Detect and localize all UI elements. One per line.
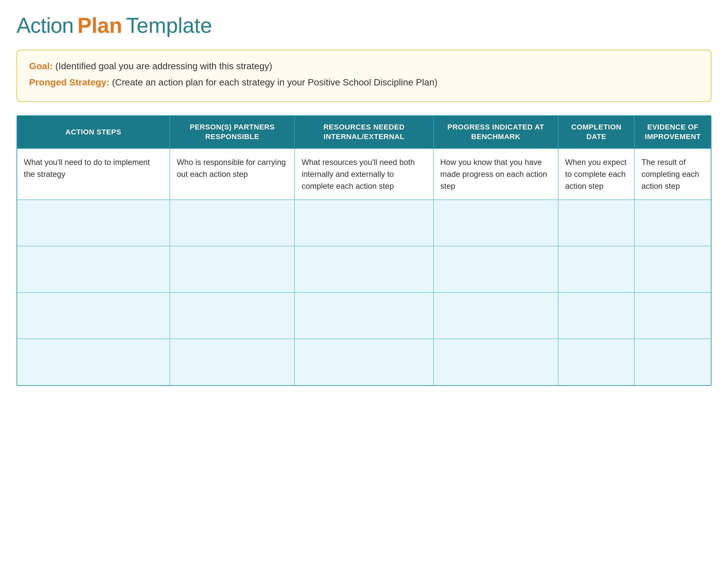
cell-person-3 <box>170 293 295 339</box>
goal-text: (Identified goal you are addressing with… <box>55 61 272 71</box>
cell-action-2 <box>17 246 170 293</box>
cell-resources-2 <box>295 246 433 293</box>
cell-action-3 <box>17 293 170 339</box>
cell-resources-1 <box>295 200 433 246</box>
cell-resources-4 <box>295 339 433 385</box>
cell-action-1 <box>17 200 170 246</box>
cell-person-4 <box>170 339 295 385</box>
cell-progress-2 <box>433 246 558 293</box>
cell-progress-4 <box>433 339 558 385</box>
desc-action-steps: What you'll need to do to implement the … <box>17 149 170 200</box>
header-progress: PROGRESS INDICATED AT BENCHMARK <box>433 116 558 148</box>
table-row <box>17 339 711 385</box>
cell-action-4 <box>17 339 170 385</box>
cell-resources-3 <box>295 293 433 339</box>
cell-completion-4 <box>558 339 635 385</box>
cell-person-1 <box>170 200 295 246</box>
page-title: Action Plan Template <box>17 13 711 38</box>
cell-progress-3 <box>433 293 558 339</box>
desc-evidence: The result of completing each action ste… <box>634 149 711 200</box>
pronged-label: Pronged Strategy: <box>29 77 110 87</box>
cell-evidence-4 <box>634 339 711 385</box>
desc-person: Who is responsible for carrying out each… <box>170 149 295 200</box>
desc-completion: When you expect to complete each action … <box>558 149 635 200</box>
pronged-text: (Create an action plan for each strategy… <box>112 77 437 87</box>
table-header-row: ACTION STEPS PERSON(S) PARTNERS RESPONSI… <box>17 116 711 148</box>
cell-completion-3 <box>558 293 635 339</box>
goal-label: Goal: <box>29 61 53 71</box>
goal-box: Goal: (Identified goal you are addressin… <box>17 50 711 102</box>
cell-completion-2 <box>558 246 635 293</box>
header-resources: RESOURCES NEEDED INTERNAL/EXTERNAL <box>295 116 433 148</box>
cell-person-2 <box>170 246 295 293</box>
cell-evidence-3 <box>634 293 711 339</box>
desc-progress: How you know that you have made progress… <box>433 149 558 200</box>
table-row <box>17 200 711 246</box>
action-plan-table: ACTION STEPS PERSON(S) PARTNERS RESPONSI… <box>17 115 711 386</box>
cell-evidence-2 <box>634 246 711 293</box>
pronged-line: Pronged Strategy: (Create an action plan… <box>29 76 699 89</box>
table-row <box>17 293 711 339</box>
cell-progress-1 <box>433 200 558 246</box>
title-plan: Plan <box>77 13 122 38</box>
table-row <box>17 246 711 293</box>
cell-evidence-1 <box>634 200 711 246</box>
title-action: Action <box>17 13 73 38</box>
table-row-description: What you'll need to do to implement the … <box>17 149 711 200</box>
cell-completion-1 <box>558 200 635 246</box>
header-completion: COMPLETION DATE <box>558 116 635 148</box>
header-evidence: EVIDENCE OF IMPROVEMENT <box>634 116 711 148</box>
header-person: PERSON(S) PARTNERS RESPONSIBLE <box>170 116 295 148</box>
title-template: Template <box>126 13 212 38</box>
goal-line: Goal: (Identified goal you are addressin… <box>29 60 699 72</box>
header-action-steps: ACTION STEPS <box>17 116 170 148</box>
desc-resources: What resources you'll need both internal… <box>295 149 433 200</box>
